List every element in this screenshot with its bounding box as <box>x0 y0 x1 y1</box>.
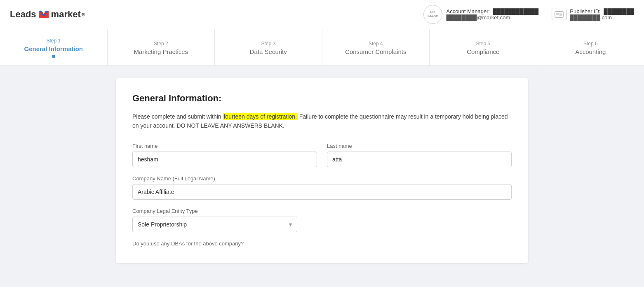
account-manager-name: ████████████ <box>493 8 539 14</box>
step-1-number: Step 1 <box>46 38 61 44</box>
publisher-info-text: Publisher ID: ████████ ████████.com <box>570 8 634 21</box>
step-4-consumer-complaints[interactable]: Step 4 Consumer Complaints <box>322 29 430 65</box>
step-5-label: Compliance <box>467 48 499 55</box>
account-manager-info: Account Manager: ████████████ ████████@m… <box>447 8 539 21</box>
step-4-number: Step 4 <box>369 41 383 47</box>
account-manager-section: NO IMAGE Account Manager: ████████████ █… <box>423 5 539 24</box>
step-2-marketing-practices[interactable]: Step 2 Marketing Practices <box>108 29 215 65</box>
intro-highlight: fourteen days of registration. <box>223 113 297 120</box>
logo-m-icon <box>38 9 49 20</box>
publisher-section: Publisher ID: ████████ ████████.com <box>552 8 634 21</box>
logo: Leads market® <box>10 9 85 20</box>
name-row: First name Last name <box>132 143 512 167</box>
header: Leads market® NO IMAGE Account Manager: … <box>0 0 644 29</box>
step-3-label: Data Security <box>250 48 287 55</box>
first-name-input[interactable] <box>132 152 317 167</box>
dba-question: Do you use any DBAs for the above compan… <box>132 240 512 247</box>
company-name-label: Company Name (Full Legal Name) <box>132 175 512 182</box>
company-name-input[interactable] <box>132 184 512 200</box>
step-1-label: General Information <box>24 45 83 52</box>
publisher-id-label: Publisher ID: ████████ <box>570 8 634 14</box>
step-1-active-dot <box>52 55 55 58</box>
intro-text: Please complete and submit within fourte… <box>132 112 512 131</box>
last-name-label: Last name <box>327 143 512 149</box>
id-card-icon <box>555 11 564 18</box>
step-6-number: Step 6 <box>583 41 598 47</box>
entity-type-row: Company Legal Entity Type Sole Proprieto… <box>132 208 512 232</box>
step-1-general-information[interactable]: Step 1 General Information <box>0 29 108 65</box>
steps-navigation: Step 1 General Information Step 2 Market… <box>0 29 644 66</box>
company-name-group: Company Name (Full Legal Name) <box>132 175 512 200</box>
step-2-number: Step 2 <box>154 41 168 47</box>
step-2-label: Marketing Practices <box>134 48 188 55</box>
logo-trademark: ® <box>82 12 85 17</box>
last-name-group: Last name <box>327 143 512 167</box>
step-6-label: Accounting <box>575 48 606 55</box>
header-right: NO IMAGE Account Manager: ████████████ █… <box>423 5 634 24</box>
account-manager-email: ████████@market.com <box>447 14 539 21</box>
first-name-label: First name <box>132 143 317 149</box>
no-image-text: NO IMAGE <box>428 10 438 18</box>
account-manager-label-text: Account Manager: <box>447 8 490 14</box>
step-6-accounting[interactable]: Step 6 Accounting <box>537 29 644 65</box>
first-name-group: First name <box>132 143 317 167</box>
logo-market: market <box>51 9 81 20</box>
step-5-compliance[interactable]: Step 5 Compliance <box>430 29 537 65</box>
entity-type-group: Company Legal Entity Type Sole Proprieto… <box>132 208 297 232</box>
entity-type-select-wrapper: Sole Proprietorship LLC Corporation Part… <box>132 217 297 232</box>
publisher-id-value: ████████ <box>604 8 634 14</box>
logo-leads: Leads <box>10 9 36 20</box>
svg-point-4 <box>556 13 559 15</box>
company-name-row: Company Name (Full Legal Name) <box>132 175 512 200</box>
last-name-input[interactable] <box>327 152 512 167</box>
section-title: General Information: <box>132 93 512 104</box>
step-3-number: Step 3 <box>261 41 275 47</box>
publisher-id-email: ████████.com <box>570 14 634 21</box>
account-manager-avatar: NO IMAGE <box>423 5 442 24</box>
step-4-label: Consumer Complaints <box>345 48 406 55</box>
publisher-card-icon <box>552 9 566 20</box>
entity-type-label: Company Legal Entity Type <box>132 208 297 214</box>
entity-type-select[interactable]: Sole Proprietorship LLC Corporation Part… <box>132 217 297 232</box>
intro-before-highlight: Please complete and submit within <box>132 113 223 120</box>
main-content: General Information: Please complete and… <box>116 78 528 263</box>
step-5-number: Step 5 <box>476 41 490 47</box>
step-3-data-security[interactable]: Step 3 Data Security <box>215 29 322 65</box>
account-manager-label: Account Manager: ████████████ <box>447 8 539 14</box>
